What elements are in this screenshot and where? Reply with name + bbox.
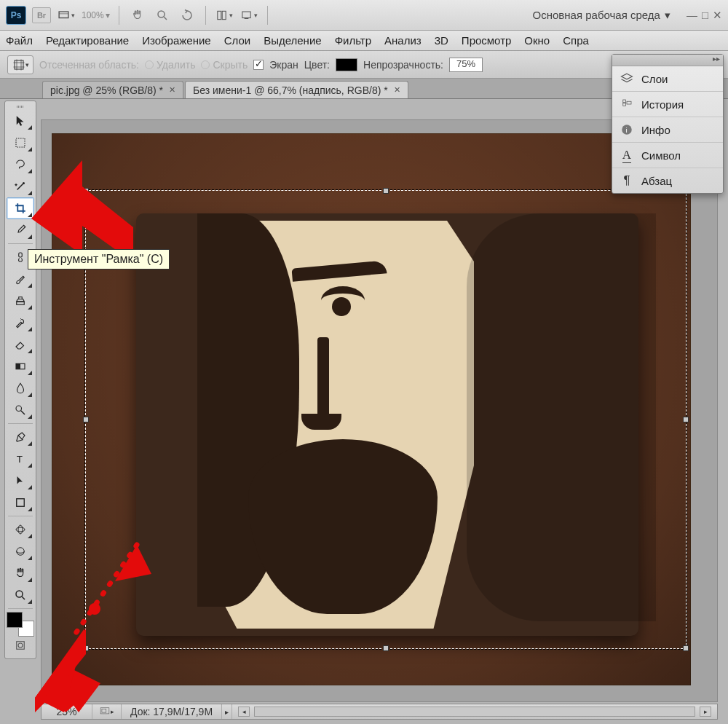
svg-line-22: [21, 411, 25, 414]
svg-line-30: [22, 597, 25, 599]
menu-filter[interactable]: Фильтр: [335, 34, 371, 47]
move-tool[interactable]: [7, 110, 34, 132]
lasso-tool[interactable]: [7, 154, 34, 176]
3d-orbit-tool[interactable]: [7, 540, 34, 562]
close-icon[interactable]: ✕: [169, 85, 175, 95]
eyedropper-tool[interactable]: [7, 219, 34, 241]
separator: [267, 6, 268, 25]
screen-label: Экран: [269, 59, 298, 71]
quick-mask-toggle[interactable]: [7, 637, 34, 654]
panel-info[interactable]: i Инфо: [612, 117, 723, 143]
menu-select[interactable]: Выделение: [264, 34, 321, 47]
hand-tool-icon[interactable]: [128, 7, 147, 23]
svg-text:i: i: [626, 126, 628, 134]
svg-marker-33: [31, 160, 133, 262]
brush-tool[interactable]: [7, 268, 34, 290]
document-tab-2[interactable]: Без имени-1 @ 66,7% (надпись, RGB/8) * ✕: [185, 81, 408, 98]
svg-rect-18: [17, 302, 25, 305]
panel-grip[interactable]: [5, 103, 36, 110]
close-icon[interactable]: ✕: [394, 85, 400, 95]
svg-rect-20: [16, 363, 20, 369]
path-selection-tool[interactable]: [7, 470, 34, 492]
hand-tool[interactable]: [7, 562, 34, 584]
crop-handle-bc[interactable]: [383, 645, 389, 651]
dodge-tool[interactable]: [7, 399, 34, 421]
foreground-background-colors[interactable]: [7, 612, 34, 637]
zoom-tool-icon[interactable]: [153, 7, 172, 23]
panel-layers[interactable]: Слои: [612, 66, 723, 92]
workspace-switcher[interactable]: Основная рабочая среда ▾: [529, 9, 675, 22]
svg-marker-39: [35, 629, 86, 712]
minimize-button[interactable]: —: [687, 9, 697, 22]
info-icon: i: [620, 122, 634, 137]
svg-line-15: [17, 184, 24, 190]
menu-window[interactable]: Окно: [524, 34, 550, 47]
panel-paragraph[interactable]: ¶ Абзац: [612, 168, 723, 193]
maximize-button[interactable]: □: [702, 9, 708, 22]
tab-title: pic.jpg @ 25% (RGB/8) *: [50, 84, 163, 96]
panel-label: Инфо: [641, 124, 670, 136]
history-brush-tool[interactable]: [7, 312, 34, 334]
foreground-color-swatch[interactable]: [7, 612, 23, 628]
active-tool-preset[interactable]: ▾: [7, 55, 33, 74]
svg-line-34: [71, 545, 137, 640]
menu-help[interactable]: Спра: [563, 34, 589, 47]
shield-color-swatch[interactable]: [336, 58, 357, 71]
horizontal-scrollbar[interactable]: [254, 707, 695, 717]
menu-file[interactable]: Файл: [6, 34, 33, 47]
blur-tool[interactable]: [7, 377, 34, 399]
svg-marker-35: [115, 545, 151, 581]
view-extras-dropdown[interactable]: [57, 7, 76, 23]
tool-separator: [8, 516, 33, 516]
opacity-field[interactable]: 75%: [449, 58, 483, 72]
svg-rect-4: [218, 11, 221, 19]
window-controls: — □ ✕: [687, 9, 722, 22]
scroll-left-button[interactable]: ◂: [238, 707, 250, 717]
screen-mode-dropdown[interactable]: [240, 7, 258, 23]
checkbox-screen[interactable]: [253, 60, 264, 70]
crop-handle-ml[interactable]: [83, 417, 89, 422]
paragraph-icon: ¶: [620, 173, 634, 188]
rotate-view-icon[interactable]: [178, 7, 197, 23]
annotation-arrow-bottom: [35, 538, 159, 712]
svg-point-36: [89, 603, 100, 615]
zoom-tool[interactable]: [7, 584, 34, 606]
bridge-logo-icon[interactable]: Br: [32, 7, 51, 23]
eraser-tool[interactable]: [7, 334, 34, 355]
svg-rect-5: [222, 11, 226, 19]
menu-view[interactable]: Просмотр: [462, 34, 512, 47]
pen-tool[interactable]: [7, 426, 34, 448]
gradient-tool[interactable]: [7, 355, 34, 377]
document-tab-1[interactable]: pic.jpg @ 25% (RGB/8) * ✕: [42, 81, 183, 98]
menu-edit[interactable]: Редактирование: [46, 34, 129, 47]
panel-character[interactable]: A Символ: [612, 143, 723, 168]
crop-handle-mr[interactable]: [683, 417, 689, 422]
panel-history[interactable]: История: [612, 92, 723, 117]
svg-text:T: T: [17, 454, 23, 465]
scroll-right-button[interactable]: ▸: [700, 707, 711, 717]
crop-handle-br[interactable]: [683, 645, 689, 651]
crop-handle-tc[interactable]: [383, 188, 389, 194]
menu-analysis[interactable]: Анализ: [384, 34, 422, 47]
3d-rotate-tool[interactable]: [7, 519, 34, 540]
shape-tool[interactable]: [7, 492, 34, 514]
tool-separator: [8, 423, 33, 424]
crop-marquee[interactable]: [85, 190, 687, 649]
svg-point-29: [16, 591, 23, 597]
panel-dock-header[interactable]: ▸▸: [612, 55, 723, 66]
crop-tool[interactable]: [7, 197, 34, 219]
status-docinfo-flyout[interactable]: ▸: [222, 704, 232, 719]
menu-image[interactable]: Изображение: [142, 34, 211, 47]
menu-layer[interactable]: Слои: [224, 34, 250, 47]
arrange-documents-dropdown[interactable]: [215, 7, 234, 23]
opacity-label: Непрозрачность:: [363, 59, 443, 71]
svg-rect-41: [623, 100, 626, 103]
svg-rect-0: [59, 12, 68, 18]
magic-wand-tool[interactable]: [7, 176, 34, 197]
close-button[interactable]: ✕: [713, 9, 722, 22]
clone-stamp-tool[interactable]: [7, 290, 34, 312]
marquee-tool[interactable]: [7, 132, 34, 154]
zoom-level-combo[interactable]: 100%▾: [82, 10, 110, 20]
menu-3d[interactable]: 3D: [435, 34, 448, 47]
type-tool[interactable]: T: [7, 448, 34, 470]
